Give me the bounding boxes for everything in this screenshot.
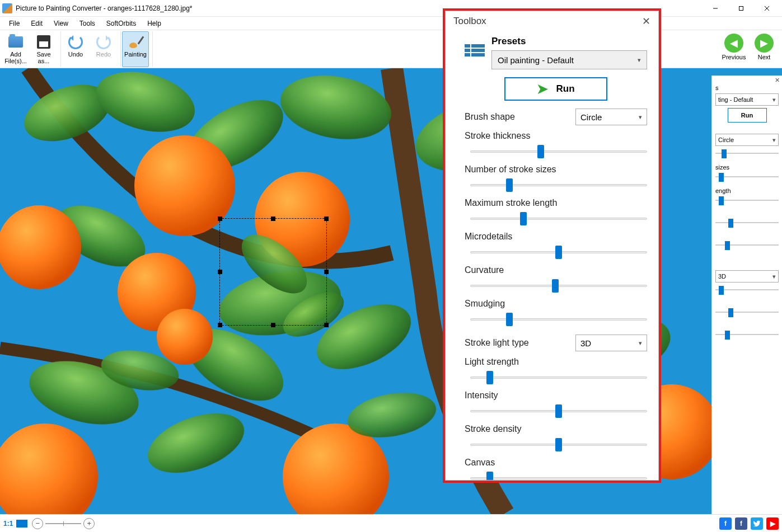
curvature-label: Curvature — [465, 265, 647, 275]
zoom-slider[interactable] — [45, 523, 81, 524]
next-icon: ▶ — [755, 34, 774, 53]
menu-softorbits[interactable]: SoftOrbits — [101, 18, 142, 29]
zoom-label[interactable]: 1:1 — [3, 520, 13, 528]
presets-icon — [465, 40, 485, 60]
presets-label: Presets — [491, 36, 647, 47]
menubar: File Edit View Tools SoftOrbits Help — [0, 17, 782, 30]
intensity-label: Intensity — [465, 390, 647, 401]
num-stroke-sizes-label: Number of stroke sizes — [465, 164, 647, 175]
social-facebook-icon[interactable]: f — [719, 517, 732, 530]
image-painting — [0, 68, 782, 514]
selection-handle[interactable] — [324, 323, 329, 327]
menu-edit[interactable]: Edit — [25, 18, 48, 29]
save-as-button[interactable]: Save as... — [30, 31, 57, 67]
side-slider-6[interactable] — [715, 285, 779, 295]
side-label-length: ength — [715, 187, 779, 194]
selection-handle[interactable] — [218, 270, 222, 274]
stroke-light-type-label: Stroke light type — [465, 338, 529, 348]
toolbox-panel: Toolbox ✕ Presets Oil painting - Default… — [445, 11, 659, 481]
side-slider-8[interactable] — [715, 329, 779, 340]
menu-help[interactable]: Help — [142, 18, 167, 29]
side-slider-5[interactable] — [715, 240, 779, 250]
stroke-density-label: Stroke density — [465, 424, 647, 434]
run-arrow-icon: ➤ — [537, 82, 548, 96]
selection-handle[interactable] — [218, 323, 222, 327]
light-strength-slider[interactable] — [470, 370, 647, 385]
toolbox-close-icon[interactable]: ✕ — [642, 15, 650, 27]
side-slider-1[interactable] — [715, 148, 779, 158]
social-youtube-icon[interactable]: ▶ — [766, 517, 779, 530]
menu-view[interactable]: View — [48, 18, 74, 29]
save-icon — [36, 34, 51, 50]
menu-tools[interactable]: Tools — [74, 18, 101, 29]
side-slider-3[interactable] — [715, 195, 779, 205]
undo-button[interactable]: Undo — [62, 31, 89, 67]
toolbar: Add File(s)... Save as... Undo Redo Pain… — [0, 30, 782, 68]
toolbox-title: Toolbox — [453, 16, 486, 27]
statusbar: 1:1 − + f f ▶ — [0, 514, 782, 532]
microdetails-label: Microdetails — [465, 232, 647, 242]
microdetails-slider[interactable] — [470, 245, 647, 260]
preset-select[interactable]: Oil painting - Default▾ — [491, 50, 647, 69]
selection-handle[interactable] — [271, 323, 275, 327]
svg-point-21 — [0, 205, 81, 289]
close-button[interactable] — [754, 0, 780, 17]
side-slider-7[interactable] — [715, 307, 779, 317]
stroke-light-type-select[interactable]: 3D▾ — [575, 335, 647, 351]
redo-button[interactable]: Redo — [90, 31, 117, 67]
selection-handle[interactable] — [271, 216, 275, 221]
side-panel: ✕ s ting - Default▾ Run Circle▾ sizes en… — [711, 76, 782, 514]
max-stroke-length-slider[interactable] — [470, 211, 647, 226]
run-button[interactable]: ➤ Run — [504, 77, 607, 101]
canvas-slider[interactable] — [470, 471, 647, 481]
brush-shape-select[interactable]: Circle▾ — [575, 109, 647, 125]
max-stroke-length-label: Maximum stroke length — [465, 198, 647, 208]
social-facebook2-icon[interactable]: f — [735, 517, 747, 530]
open-icon — [8, 34, 24, 50]
curvature-slider[interactable] — [470, 279, 647, 293]
selection-handle[interactable] — [324, 216, 329, 221]
painting-icon — [128, 34, 143, 50]
previous-button[interactable]: ◀ Previous — [720, 31, 747, 67]
light-strength-label: Light strength — [465, 357, 647, 367]
canvas-label: Canvas — [465, 458, 647, 468]
brush-shape-label: Brush shape — [465, 112, 515, 122]
window-title: Picture to Painting Converter - oranges-… — [16, 4, 193, 12]
side-label-sizes: sizes — [715, 164, 779, 171]
painting-button[interactable]: Painting — [122, 31, 149, 67]
side-run-button[interactable]: Run — [728, 108, 767, 123]
stroke-density-slider[interactable] — [470, 437, 647, 452]
minimize-button[interactable] — [703, 0, 728, 17]
side-panel-close[interactable]: ✕ — [775, 77, 780, 84]
canvas-area[interactable] — [0, 68, 782, 514]
zoom-in-button[interactable]: + — [83, 518, 95, 529]
social-twitter-icon[interactable] — [751, 517, 763, 530]
menu-file[interactable]: File — [3, 18, 25, 29]
stroke-thickness-label: Stroke thickness — [465, 131, 647, 141]
side-panel-label: s — [715, 84, 779, 91]
svg-rect-1 — [739, 6, 743, 10]
next-button[interactable]: ▶ Next — [751, 31, 778, 67]
side-preset-select[interactable]: ting - Default▾ — [715, 93, 779, 106]
selection-rectangle[interactable] — [219, 218, 327, 326]
side-light-select[interactable]: 3D▾ — [715, 270, 779, 283]
side-slider-4[interactable] — [715, 218, 779, 228]
selection-handle[interactable] — [218, 216, 222, 221]
maximize-button[interactable] — [728, 0, 754, 17]
stroke-thickness-slider[interactable] — [470, 144, 647, 159]
svg-point-23 — [157, 309, 213, 365]
intensity-slider[interactable] — [470, 404, 647, 418]
side-slider-2[interactable] — [715, 172, 779, 182]
selection-handle[interactable] — [324, 270, 329, 274]
undo-icon — [68, 34, 83, 50]
fit-screen-icon[interactable] — [16, 520, 27, 528]
titlebar: Picture to Painting Converter - oranges-… — [0, 0, 782, 17]
smudging-slider[interactable] — [470, 312, 647, 327]
toolbox-titlebar[interactable]: Toolbox ✕ — [446, 11, 658, 31]
side-brush-select[interactable]: Circle▾ — [715, 134, 779, 146]
num-stroke-sizes-slider[interactable] — [470, 178, 647, 192]
app-icon — [2, 3, 12, 13]
zoom-out-button[interactable]: − — [32, 518, 43, 529]
smudging-label: Smudging — [465, 299, 647, 309]
add-files-button[interactable]: Add File(s)... — [2, 31, 29, 67]
